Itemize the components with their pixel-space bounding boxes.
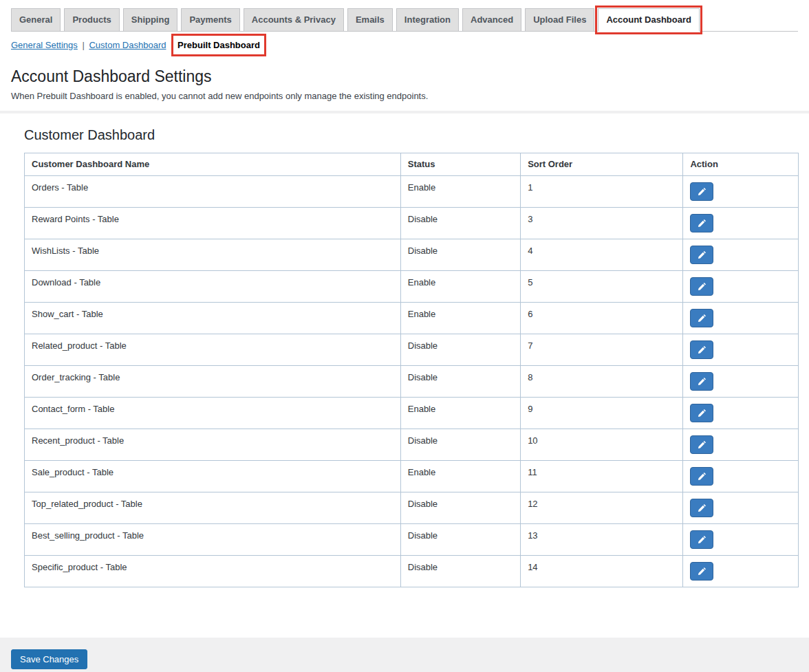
tab-payments[interactable]: Payments: [181, 8, 239, 32]
tab-upload-files[interactable]: Upload Files: [525, 8, 594, 32]
column-header-sort-order: Sort Order: [521, 153, 683, 176]
save-changes-button[interactable]: Save Changes: [11, 649, 87, 669]
edit-button[interactable]: [690, 435, 713, 454]
cell-action: [683, 366, 799, 398]
pencil-icon: [698, 503, 706, 512]
tab-accounts-privacy[interactable]: Accounts & Privacy: [244, 8, 344, 32]
edit-button[interactable]: [690, 499, 713, 517]
edit-button[interactable]: [690, 182, 713, 201]
cell-dashboard-name: Show_cart - Table: [25, 303, 401, 334]
pencil-icon: [698, 567, 706, 576]
cell-dashboard-name: Contact_form - Table: [25, 398, 401, 429]
column-header-action: Action: [683, 153, 799, 176]
tab-shipping[interactable]: Shipping: [123, 8, 178, 32]
cell-action: [683, 556, 799, 587]
settings-header: GeneralProductsShippingPaymentsAccounts …: [0, 0, 809, 111]
table-row: Reward Points - TableDisable3: [25, 208, 799, 239]
table-row: Contact_form - TableEnable9: [25, 398, 799, 429]
customer-dashboard-panel: Customer Dashboard Customer Dashboard Na…: [0, 113, 809, 638]
pencil-icon: [698, 472, 706, 481]
panel-title: Customer Dashboard: [24, 127, 799, 143]
tab-products[interactable]: Products: [64, 8, 119, 32]
cell-status: Disable: [400, 492, 520, 524]
tab-integration[interactable]: Integration: [396, 8, 459, 32]
cell-action: [683, 239, 799, 271]
cell-status: Enable: [400, 398, 520, 429]
cell-sort-order: 5: [521, 271, 683, 303]
cell-status: Enable: [400, 176, 520, 208]
cell-dashboard-name: Recent_product - Table: [25, 429, 401, 461]
cell-sort-order: 13: [521, 524, 683, 556]
table-row: Specific_product - TableDisable14: [25, 556, 799, 587]
pencil-icon: [698, 219, 706, 228]
cell-sort-order: 11: [521, 461, 683, 492]
cell-status: Disable: [400, 366, 520, 398]
edit-button[interactable]: [690, 530, 713, 549]
cell-sort-order: 9: [521, 398, 683, 429]
edit-button[interactable]: [690, 404, 713, 422]
tab-account-dashboard[interactable]: Account Dashboard: [598, 8, 700, 32]
edit-button[interactable]: [690, 372, 713, 391]
cell-action: [683, 334, 799, 366]
cell-action: [683, 398, 799, 429]
cell-sort-order: 3: [521, 208, 683, 239]
cell-status: Enable: [400, 271, 520, 303]
pencil-icon: [698, 345, 706, 354]
tab-general[interactable]: General: [11, 8, 61, 32]
cell-action: [683, 303, 799, 334]
cell-sort-order: 14: [521, 556, 683, 587]
cell-action: [683, 271, 799, 303]
edit-button[interactable]: [690, 562, 713, 581]
subnav: General Settings | Custom Dashboard | Pr…: [11, 32, 798, 53]
cell-action: [683, 429, 799, 461]
pencil-icon: [698, 250, 706, 259]
subnav-prebuilt-dashboard[interactable]: Prebuilt Dashboard: [177, 40, 260, 50]
cell-status: Enable: [400, 303, 520, 334]
cell-action: [683, 176, 799, 208]
cell-dashboard-name: Reward Points - Table: [25, 208, 401, 239]
tab-bar: GeneralProductsShippingPaymentsAccounts …: [11, 0, 798, 32]
table-row: Related_product - TableDisable7: [25, 334, 799, 366]
cell-dashboard-name: Best_selling_product - Table: [25, 524, 401, 556]
table-row: Best_selling_product - TableDisable13: [25, 524, 799, 556]
cell-action: [683, 461, 799, 492]
edit-button[interactable]: [690, 214, 713, 232]
cell-dashboard-name: WishLists - Table: [25, 239, 401, 271]
edit-button[interactable]: [690, 340, 713, 359]
table-body: Orders - TableEnable1Reward Points - Tab…: [25, 176, 799, 587]
subnav-custom-dashboard[interactable]: Custom Dashboard: [89, 40, 166, 50]
subnav-general-settings[interactable]: General Settings: [11, 40, 78, 50]
column-header-status: Status: [400, 153, 520, 176]
table-row: Show_cart - TableEnable6: [25, 303, 799, 334]
cell-dashboard-name: Orders - Table: [25, 176, 401, 208]
cell-action: [683, 492, 799, 524]
cell-sort-order: 10: [521, 429, 683, 461]
table-row: Orders - TableEnable1: [25, 176, 799, 208]
footer-bar: Save Changes: [0, 638, 809, 672]
cell-action: [683, 208, 799, 239]
cell-status: Disable: [400, 556, 520, 587]
table-row: WishLists - TableDisable4: [25, 239, 799, 271]
tab-emails[interactable]: Emails: [347, 8, 393, 32]
cell-sort-order: 12: [521, 492, 683, 524]
subnav-separator: |: [80, 40, 87, 50]
edit-button[interactable]: [690, 309, 713, 327]
edit-button[interactable]: [690, 277, 713, 296]
cell-status: Disable: [400, 239, 520, 271]
cell-sort-order: 6: [521, 303, 683, 334]
edit-button[interactable]: [690, 246, 713, 264]
cell-status: Enable: [400, 461, 520, 492]
pencil-icon: [698, 282, 706, 291]
cell-status: Disable: [400, 208, 520, 239]
pencil-icon: [698, 377, 706, 386]
pencil-icon: [698, 535, 706, 544]
edit-button[interactable]: [690, 467, 713, 486]
cell-status: Disable: [400, 429, 520, 461]
cell-dashboard-name: Specific_product - Table: [25, 556, 401, 587]
pencil-icon: [698, 409, 706, 418]
cell-sort-order: 4: [521, 239, 683, 271]
tab-advanced[interactable]: Advanced: [462, 8, 521, 32]
cell-dashboard-name: Download - Table: [25, 271, 401, 303]
table-row: Top_related_product - TableDisable12: [25, 492, 799, 524]
cell-status: Disable: [400, 334, 520, 366]
